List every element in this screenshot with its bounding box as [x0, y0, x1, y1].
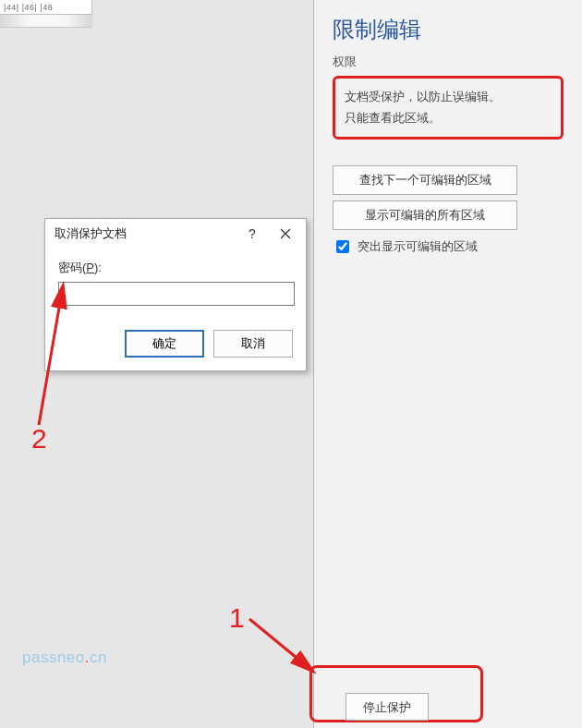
annotation-number-1: 1 [229, 602, 245, 634]
password-label: 密码(P): [58, 260, 293, 276]
protection-info-line1: 文档受保护，以防止误编辑。 [345, 86, 552, 107]
close-icon[interactable] [269, 226, 302, 242]
stop-protection-button[interactable]: 停止保护 [346, 693, 429, 721]
highlight-editable-checkbox[interactable] [336, 240, 349, 253]
annotation-number-2: 2 [31, 423, 47, 455]
pane-subtitle: 权限 [333, 54, 564, 70]
ruler-marks: |44| |46| |48 [0, 3, 53, 12]
cancel-button[interactable]: 取消 [213, 330, 293, 358]
pane-title: 限制编辑 [333, 15, 564, 44]
protection-info-line2: 只能查看此区域。 [345, 107, 552, 128]
find-next-editable-button[interactable]: 查找下一个可编辑的区域 [333, 165, 517, 195]
dialog-help-button[interactable]: ? [236, 226, 269, 241]
ok-button[interactable]: 确定 [125, 330, 204, 358]
highlight-editable-checkbox-row[interactable]: 突出显示可编辑的区域 [333, 237, 564, 256]
highlight-editable-label: 突出显示可编辑的区域 [358, 238, 478, 255]
restrict-editing-pane: 限制编辑 权限 文档受保护，以防止误编辑。 只能查看此区域。 查找下一个可编辑的… [314, 0, 582, 728]
page-thumbnail-strip [0, 15, 92, 28]
password-input[interactable] [58, 282, 295, 306]
svg-line-0 [249, 619, 312, 671]
dialog-titlebar[interactable]: 取消保护文档 ? [45, 219, 306, 249]
unprotect-document-dialog: 取消保护文档 ? 密码(P): 确定 取消 [44, 218, 307, 371]
ruler: |44| |46| |48 [0, 0, 92, 15]
watermark: passneo.cn [22, 649, 107, 667]
protection-info-box: 文档受保护，以防止误编辑。 只能查看此区域。 [333, 76, 564, 140]
dialog-title-text: 取消保护文档 [55, 225, 236, 242]
show-all-editable-button[interactable]: 显示可编辑的所有区域 [333, 200, 517, 230]
